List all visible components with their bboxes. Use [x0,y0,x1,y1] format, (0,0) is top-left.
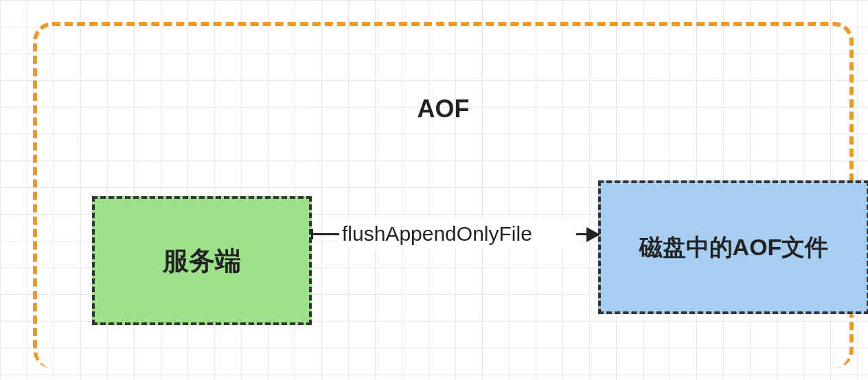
arrow-head-icon [586,227,600,242]
server-box: 服务端 [92,196,312,325]
server-label: 服务端 [163,244,241,278]
aof-file-box: 磁盘中的AOF文件 [598,180,868,314]
aof-container: AOF 服务端 磁盘中的AOF文件 flushAppendOnlyFile [33,22,854,368]
diagram-title: AOF [418,95,470,123]
arrow-label: flushAppendOnlyFile [342,222,532,246]
aof-file-label: 磁盘中的AOF文件 [639,232,829,263]
